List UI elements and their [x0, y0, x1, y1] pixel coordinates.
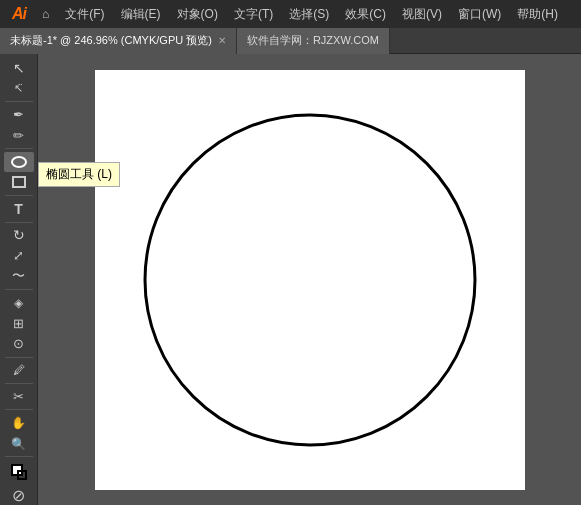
rotate-tool-button[interactable]: ↻ [4, 225, 34, 245]
pen-tool-icon: ✒ [13, 107, 24, 122]
artboard [95, 70, 525, 490]
rectangle-tool-button[interactable] [4, 173, 34, 193]
menu-object[interactable]: 对象(O) [169, 0, 226, 28]
pencil-tool-icon: ✏ [13, 128, 24, 143]
hand-tool-icon: ✋ [11, 416, 26, 430]
main-area: ↖ ↖̈ ✒ ✏ T ↻ ⤢ 〜 [0, 54, 581, 505]
type-tool-icon: T [14, 201, 23, 217]
tab-document[interactable]: 未标题-1* @ 246.96% (CMYK/GPU 预览) ✕ [0, 28, 237, 54]
eyedropper-tool-button[interactable]: 🖉 [4, 360, 34, 380]
none-icon: ⊘ [12, 486, 25, 505]
scissors-tool-button[interactable]: ✂ [4, 387, 34, 407]
type-tool-button[interactable]: T [4, 199, 34, 219]
menu-effect[interactable]: 效果(C) [337, 0, 394, 28]
menu-help[interactable]: 帮助(H) [509, 0, 566, 28]
tab-bar: 未标题-1* @ 246.96% (CMYK/GPU 预览) ✕ 软件自学网：R… [0, 28, 581, 54]
circle-shape[interactable] [145, 115, 475, 445]
zoom-tool-icon: 🔍 [11, 437, 26, 451]
menu-select[interactable]: 选择(S) [281, 0, 337, 28]
lasso-tool-icon: ⊙ [13, 336, 24, 351]
canvas-area[interactable] [38, 54, 581, 505]
ellipse-tool-button[interactable] [4, 152, 34, 172]
hand-tool-button[interactable]: ✋ [4, 413, 34, 433]
warp-tool-button[interactable]: 〜 [4, 266, 34, 286]
menu-file[interactable]: 文件(F) [57, 0, 112, 28]
rectangle-tool-icon [12, 176, 26, 188]
zoom-tool-button[interactable]: 🔍 [4, 434, 34, 454]
menu-bar: Ai ⌂ 文件(F) 编辑(E) 对象(O) 文字(T) 选择(S) 效果(C)… [0, 0, 581, 28]
tab-document-label: 未标题-1* @ 246.96% (CMYK/GPU 预览) [10, 33, 212, 48]
none-button[interactable]: ⊘ [4, 485, 34, 505]
fill-stroke-boxes [11, 464, 27, 480]
ellipse-tool-icon [11, 156, 27, 168]
eyedropper-tool-icon: 🖉 [13, 363, 25, 377]
separator-6 [5, 357, 33, 358]
mesh-tool-icon: ⊞ [13, 316, 24, 331]
scissors-tool-icon: ✂ [13, 389, 24, 404]
tab-website-label: 软件自学网：RJZXW.COM [247, 33, 379, 48]
menu-home-icon[interactable]: ⌂ [34, 0, 57, 28]
pencil-tool-button[interactable]: ✏ [4, 126, 34, 146]
separator-2 [5, 148, 33, 149]
pen-tool-button[interactable]: ✒ [4, 105, 34, 125]
lasso-tool-button[interactable]: ⊙ [4, 334, 34, 354]
menu-edit[interactable]: 编辑(E) [113, 0, 169, 28]
separator-3 [5, 195, 33, 196]
fill-stroke-indicator[interactable] [4, 460, 34, 484]
separator-1 [5, 101, 33, 102]
tab-close-button[interactable]: ✕ [218, 35, 226, 46]
separator-7 [5, 383, 33, 384]
direct-selection-tool-button[interactable]: ↖̈ [4, 79, 34, 99]
blend-tool-icon: ◈ [14, 296, 23, 310]
rotate-tool-icon: ↻ [13, 227, 25, 243]
menu-view[interactable]: 视图(V) [394, 0, 450, 28]
warp-tool-icon: 〜 [12, 267, 25, 285]
scale-tool-button[interactable]: ⤢ [4, 246, 34, 266]
tab-website[interactable]: 软件自学网：RJZXW.COM [237, 28, 390, 54]
blend-tool-button[interactable]: ◈ [4, 293, 34, 313]
separator-4 [5, 222, 33, 223]
selection-tool-button[interactable]: ↖ [4, 58, 34, 78]
separator-9 [5, 456, 33, 457]
direct-selection-icon: ↖̈ [14, 82, 23, 95]
scale-tool-icon: ⤢ [13, 248, 24, 263]
menu-window[interactable]: 窗口(W) [450, 0, 509, 28]
canvas-svg [95, 70, 525, 490]
app-logo: Ai [4, 5, 34, 23]
stroke-box [17, 470, 27, 480]
selection-tool-icon: ↖ [13, 60, 25, 76]
menu-text[interactable]: 文字(T) [226, 0, 281, 28]
toolbar: ↖ ↖̈ ✒ ✏ T ↻ ⤢ 〜 [0, 54, 38, 505]
mesh-tool-button[interactable]: ⊞ [4, 313, 34, 333]
separator-8 [5, 409, 33, 410]
separator-5 [5, 289, 33, 290]
